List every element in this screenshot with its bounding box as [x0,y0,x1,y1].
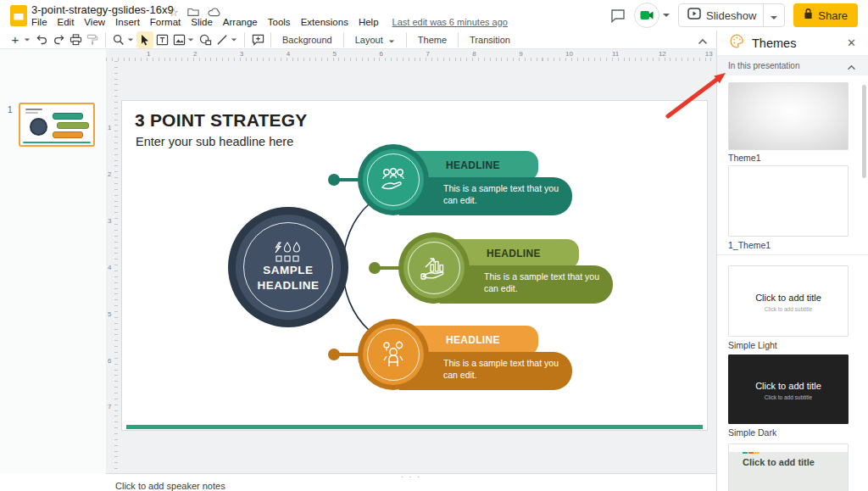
ruler-number: 5 [108,310,111,318]
zoom-caret-icon[interactable] [128,38,133,41]
growth-chart-on-hand-icon [419,254,449,282]
center-headline-circle[interactable]: SAMPLE HEADLINE [228,207,348,327]
close-icon[interactable]: ✕ [847,36,856,49]
item-icon-circle[interactable] [358,319,429,390]
hide-menus-chevron-icon[interactable] [698,33,708,48]
ruler-number: 5 [333,50,337,58]
speaker-notes-bar[interactable]: · · · Click to add speaker notes [106,473,716,491]
thumb-pill-teal [53,113,83,120]
section-label: In this presentation [728,61,847,70]
vertical-ruler: 1234567 [106,61,118,473]
theme-card-1-theme1[interactable] [728,165,849,237]
preview-subtitle: Click to add subtitle [729,394,848,400]
theme-card-simple-dark[interactable]: Click to add title Click to add subtitle [728,354,849,424]
slideshow-dropdown[interactable] [764,8,784,23]
ruler-number: 1 [108,124,111,131]
share-label: Share [818,9,848,22]
ruler-number: 7 [426,50,429,58]
thumb-bottom-bar [23,142,91,143]
item-icon-circle[interactable] [358,144,429,215]
menu-tools[interactable]: Tools [263,16,296,28]
theme-card-partial[interactable]: Click to add title [728,444,849,491]
insert-line-caret-icon[interactable] [231,38,236,41]
slide-thumbnail-1[interactable] [19,103,95,147]
layout-button[interactable]: Layout [348,33,402,47]
background-button[interactable]: Background [275,33,339,47]
print-button[interactable] [67,31,84,48]
meet-button[interactable] [634,3,670,28]
select-tool-button[interactable] [136,31,153,48]
transition-button[interactable]: Transition [463,33,517,47]
text-box-button[interactable] [153,31,170,48]
speaker-notes-placeholder[interactable]: Click to add speaker notes [115,481,225,491]
theme-label: Simple Light [728,340,777,350]
document-title[interactable]: 3-point-strategy-gslides-16x9 [31,3,174,16]
ruler-number: 8 [472,50,476,58]
slideshow-label: Slideshow [706,9,756,22]
ruler-number: 7 [108,403,111,410]
thumb-pill-orange [53,131,83,138]
theme-button[interactable]: Theme [411,33,453,47]
lock-icon [804,8,813,23]
horizontal-ruler: 12345678910111213 [106,49,716,61]
insert-image-button[interactable] [170,31,187,48]
themes-panel-title: Themes [752,36,847,50]
themes-panel-header: Themes ✕ [717,31,868,56]
paint-format-button[interactable] [84,31,101,48]
slideshow-button[interactable]: Slideshow [678,3,785,27]
insert-image-caret-icon[interactable] [188,38,193,41]
panel-divider [717,254,868,255]
menu-edit[interactable]: Edit [53,16,80,28]
in-this-presentation-section[interactable]: In this presentation [717,56,868,75]
menu-extensions[interactable]: Extensions [296,16,353,28]
last-edit-status[interactable]: Last edit was 6 minutes ago [392,17,508,27]
theme-card-simple-light[interactable]: Click to add title Click to add subtitle [728,265,849,337]
theme-label: Theme1 [728,153,761,163]
toolbar-divider [105,32,106,47]
share-button[interactable]: Share [793,3,858,27]
accent-dashes [743,452,760,454]
menu-view[interactable]: View [79,16,110,28]
slide-editing-area[interactable]: 3 POINT STRATEGY Enter your sub headline… [121,100,708,431]
insert-line-button[interactable] [214,31,231,48]
meet-caret-icon [663,14,670,17]
ruler-number: 4 [287,50,290,58]
zoom-button[interactable] [110,31,127,48]
toolbar-divider [458,32,459,47]
menu-format[interactable]: Format [145,16,186,28]
menu-help[interactable]: Help [353,16,384,28]
menu-slide[interactable]: Slide [186,16,218,28]
panel-scrollbar-thumb[interactable] [862,85,866,178]
slide-filmstrip: 1 [0,49,106,473]
ruler-number: 13 [705,50,713,58]
center-circle-text: SAMPLE HEADLINE [257,263,319,293]
preview-subtitle: Click to add subtitle [729,306,848,312]
present-icon [687,8,701,23]
ruler-number: 2 [108,170,111,178]
chevron-up-icon[interactable] [847,59,856,74]
new-slide-button[interactable]: + [7,31,24,48]
google-slides-logo-icon[interactable] [9,4,28,31]
undo-button[interactable] [33,31,50,48]
redo-button[interactable] [50,31,67,48]
insert-shape-button[interactable] [197,31,214,48]
toolbar-divider [244,32,245,47]
insert-comment-button[interactable] [249,31,266,48]
comment-history-icon[interactable] [610,8,626,23]
thumb-subtitle-line [25,112,38,114]
new-slide-caret-icon[interactable] [25,38,30,41]
menu-insert[interactable]: Insert [110,16,145,28]
thumb-title-line [25,109,42,110]
app-header: 3-point-strategy-gslides-16x9 ☆ File Edi… [0,0,868,31]
toolbar: + [0,31,716,49]
ruler-number: 6 [380,50,383,58]
ruler-number: 3 [240,50,243,58]
item-icon-circle[interactable] [398,232,470,304]
theme-label: 1_Theme1 [728,240,771,250]
editor-canvas: 12345678910111213 1234567 3 POINT STRATE… [106,49,716,473]
menu-file[interactable]: File [26,16,53,28]
notes-drag-handle[interactable]: · · · [401,472,421,481]
theme-card-theme1[interactable] [728,82,849,150]
menu-arrange[interactable]: Arrange [218,16,263,28]
thumb-center-circle [30,118,47,136]
